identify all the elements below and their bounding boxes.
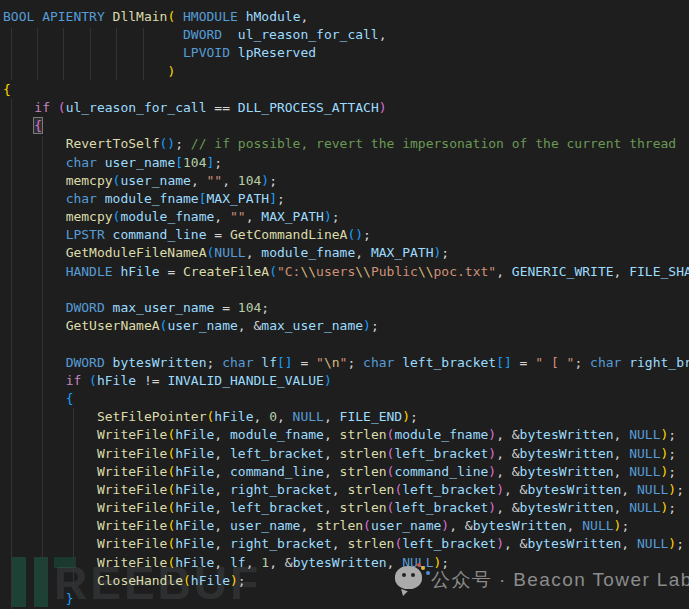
- code-line: HANDLE hFile = CreateFileA("C:\\users\\P…: [3, 263, 689, 281]
- code-line: {: [3, 117, 689, 135]
- wechat-icon-tail: [399, 589, 408, 597]
- code-line: DWORD bytesWritten; char lf[] = "\n"; ch…: [3, 354, 689, 372]
- code-line: WriteFile(hFile, module_fname, strlen(mo…: [3, 426, 689, 444]
- code-line: [3, 335, 689, 353]
- code-line: WriteFile(hFile, right_bracket, strlen(l…: [3, 535, 689, 553]
- code-line: RevertToSelf(); // if possible, revert t…: [3, 135, 689, 153]
- code-line: GetModuleFileNameA(NULL, module_fname, M…: [3, 244, 689, 262]
- code-line: if (hFile != INVALID_HANDLE_VALUE): [3, 372, 689, 390]
- code-line: [3, 281, 689, 299]
- wechat-watermark: 公众号 · Beacon Tower Lab: [393, 562, 689, 598]
- code-line: WriteFile(hFile, user_name, strlen(user_…: [3, 517, 689, 535]
- code-area[interactable]: BOOL APIENTRY DllMain( HMODULE hModule, …: [0, 0, 689, 609]
- code-line: ): [3, 63, 689, 81]
- code-line: {: [3, 390, 689, 408]
- wechat-icon-eye: [411, 573, 415, 577]
- code-line: memcpy(user_name, "", 104);: [3, 172, 689, 190]
- code-line: WriteFile(hFile, left_bracket, strlen(le…: [3, 445, 689, 463]
- code-editor-screenshot: REEBUF BOOL APIENTRY DllMain( HMODULE hM…: [0, 0, 689, 609]
- code-line: char user_name[104];: [3, 154, 689, 172]
- code-line: char module_fname[MAX_PATH];: [3, 190, 689, 208]
- code-line: LPVOID lpReserved: [3, 44, 689, 62]
- code-line: GetUserNameA(user_name, &max_user_name);: [3, 317, 689, 335]
- code-line: BOOL APIENTRY DllMain( HMODULE hModule,: [3, 8, 689, 26]
- code-line: WriteFile(hFile, right_bracket, strlen(l…: [3, 481, 689, 499]
- code-line: memcpy(module_fname, "", MAX_PATH);: [3, 208, 689, 226]
- code-line: WriteFile(hFile, command_line, strlen(co…: [3, 463, 689, 481]
- confetti-dot: [421, 566, 425, 570]
- code-line: if (ul_reason_for_call == DLL_PROCESS_AT…: [3, 99, 689, 117]
- confetti-dot: [417, 563, 421, 567]
- code-line: DWORD ul_reason_for_call,: [3, 26, 689, 44]
- code-line: {: [3, 81, 689, 99]
- wechat-watermark-text: 公众号 · Beacon Tower Lab: [431, 567, 689, 593]
- wechat-icon: [395, 566, 422, 589]
- code-line: SetFilePointer(hFile, 0, NULL, FILE_END)…: [3, 408, 689, 426]
- code-line: LPSTR command_line = GetCommandLineA();: [3, 226, 689, 244]
- confetti-dot: [426, 571, 430, 575]
- code-line: WriteFile(hFile, left_bracket, strlen(le…: [3, 499, 689, 517]
- code-line: DWORD max_user_name = 104;: [3, 299, 689, 317]
- wechat-icon-eye: [402, 573, 406, 577]
